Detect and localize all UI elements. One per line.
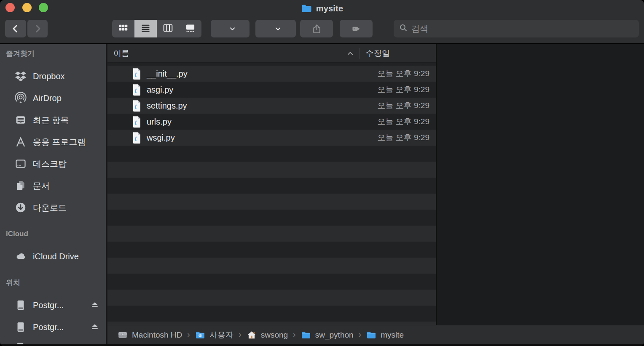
sidebar-item-recents[interactable]: 최근 항목 (0, 109, 106, 131)
documents-icon (14, 179, 27, 192)
file-name: asgi.py (147, 85, 173, 95)
minimize-button[interactable] (22, 3, 32, 12)
eject-button[interactable] (90, 300, 100, 310)
view-mode-grid-view-button[interactable] (112, 20, 134, 37)
column-name-label: 이름 (113, 48, 129, 59)
search-field (394, 20, 639, 37)
python-file-icon: t (131, 84, 142, 96)
sidebar-item-downloads[interactable]: 다운로드 (0, 197, 106, 218)
path-separator: › (358, 330, 362, 340)
view-mode-gallery-view-button[interactable] (179, 20, 201, 37)
drive-icon (14, 299, 27, 311)
path-segment[interactable]: sw_python (301, 330, 354, 340)
python-file-icon: t (131, 132, 142, 144)
sidebar-item-label: 다운로드 (33, 202, 67, 213)
path-segment-label: sw_python (315, 330, 354, 340)
path-segment-label: swsong (261, 330, 288, 340)
file-row[interactable]: t__init__.py오늘 오후 9:29 (107, 66, 436, 82)
path-segment[interactable]: mysite (366, 330, 404, 340)
sidebar-item-label: 최근 항목 (33, 114, 69, 126)
path-segment-label: 사용자 (209, 330, 233, 341)
path-separator: › (238, 330, 242, 340)
airdrop-icon (14, 92, 27, 104)
sidebar-item-label: iCloud Drive (33, 252, 79, 261)
home-icon (247, 330, 257, 340)
sidebar-item-desktop[interactable]: 데스크탑 (0, 153, 106, 175)
sidebar-section-title: 즐겨찾기 (6, 48, 106, 60)
sidebar-item-documents[interactable]: 문서 (0, 175, 106, 197)
zoom-button[interactable] (39, 3, 48, 12)
path-segment[interactable]: Macintosh HD (118, 330, 182, 340)
file-name: settings.py (147, 101, 187, 111)
file-modified-date: 오늘 오후 9:29 (377, 116, 429, 127)
list-view-icon (140, 23, 151, 35)
column-header-date[interactable]: 수정일 (360, 44, 390, 62)
window-title: mysite (316, 4, 343, 13)
sidebar-item-label: 데스크탑 (33, 158, 67, 170)
back-button[interactable] (5, 20, 26, 37)
action-menu-button[interactable] (255, 20, 296, 37)
file-modified-date: 오늘 오후 9:29 (377, 100, 429, 111)
window-titlebar: mysite (126, 2, 518, 15)
window-bottom-edge (0, 344, 644, 346)
empty-row (107, 226, 436, 242)
sidebar-item-applications[interactable]: 응용 프로그램 (0, 131, 106, 153)
downloads-icon (14, 201, 27, 214)
sidebar-item-label: AirDrop (33, 93, 62, 103)
search-icon (399, 23, 408, 34)
desktop-icon (14, 157, 27, 170)
empty-pane (437, 44, 644, 325)
content-area: 이름 수정일 t__init__.py오늘 오후 9:29tasgi.py오늘 … (107, 44, 644, 325)
column-header-name[interactable]: 이름 (107, 44, 360, 62)
sidebar-item-postgres-2[interactable]: Postgr... (0, 316, 106, 338)
tag-button[interactable] (340, 20, 373, 37)
empty-row (107, 306, 436, 322)
finder-window: mysite 즐겨찾기DropboxAirDrop최근 항목응용 프로그램데스크… (0, 0, 644, 346)
path-separator: › (187, 330, 191, 340)
file-rows: t__init__.py오늘 오후 9:29tasgi.py오늘 오후 9:29… (107, 63, 436, 325)
sidebar-item-label: 문서 (33, 180, 50, 192)
empty-row (107, 146, 436, 162)
column-date-label: 수정일 (366, 48, 390, 59)
users-folder-icon (195, 330, 205, 340)
empty-row (107, 274, 436, 290)
empty-row (107, 194, 436, 210)
path-segment[interactable]: 사용자 (195, 330, 233, 341)
file-row[interactable]: twsgi.py오늘 오후 9:29 (107, 130, 436, 146)
python-file-icon: t (131, 100, 142, 112)
path-segment[interactable]: swsong (247, 330, 288, 340)
sidebar-item-airdrop[interactable]: AirDrop (0, 87, 106, 109)
file-row[interactable]: turls.py오늘 오후 9:29 (107, 114, 436, 130)
forward-button[interactable] (27, 20, 48, 37)
group-by-button[interactable] (211, 20, 250, 37)
applications-icon (14, 136, 27, 148)
file-name: urls.py (147, 117, 172, 127)
python-file-icon: t (131, 116, 142, 128)
view-mode-column-view-button[interactable] (157, 20, 179, 37)
sidebar-item-icloud-drive[interactable]: iCloud Drive (0, 245, 106, 267)
empty-row (107, 322, 436, 325)
sidebar: 즐겨찾기DropboxAirDrop최근 항목응용 프로그램데스크탑문서다운로드… (0, 44, 107, 346)
eject-button[interactable] (90, 322, 100, 332)
sidebar-item-postgres-1[interactable]: Postgr... (0, 294, 106, 316)
sidebar-item-dropbox[interactable]: Dropbox (0, 65, 106, 87)
sort-ascending-icon (346, 49, 354, 58)
close-button[interactable] (5, 3, 15, 12)
folder-icon (301, 4, 312, 13)
sidebar-item-label: Postgr... (33, 301, 64, 310)
search-input[interactable] (411, 24, 634, 34)
icloud-icon (14, 250, 27, 263)
file-row[interactable]: tsettings.py오늘 오후 9:29 (107, 98, 436, 114)
folder-icon (366, 330, 376, 340)
file-name: wsgi.py (147, 133, 175, 143)
file-row[interactable]: tasgi.py오늘 오후 9:29 (107, 82, 436, 98)
file-modified-date: 오늘 오후 9:29 (377, 132, 429, 143)
sidebar-item-label: Dropbox (33, 72, 65, 81)
share-button[interactable] (300, 20, 333, 37)
sidebar-section-title: 위치 (6, 277, 106, 289)
view-mode-list-view-button[interactable] (134, 20, 157, 37)
empty-row (107, 178, 436, 194)
tag-icon (351, 24, 362, 34)
chevron-down-icon (274, 25, 282, 32)
python-file-icon: t (131, 68, 142, 80)
